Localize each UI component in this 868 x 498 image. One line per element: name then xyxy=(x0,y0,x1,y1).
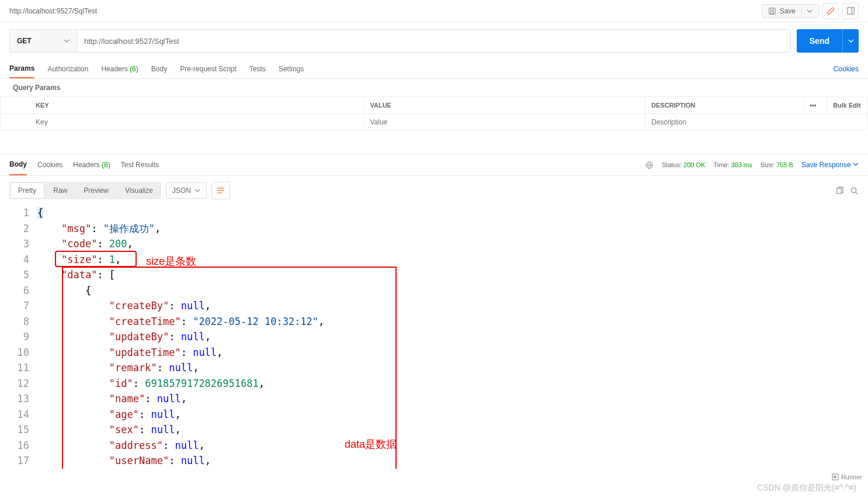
svg-point-11 xyxy=(851,188,856,192)
tab-title: http://localhost:9527/SqlTest xyxy=(9,7,97,15)
view-mode-group: Pretty Raw Preview Visualize xyxy=(9,182,161,199)
th-options[interactable]: ••• xyxy=(804,97,827,114)
method-value: GET xyxy=(17,37,32,45)
copy-icon[interactable] xyxy=(835,186,844,195)
method-select[interactable]: GET xyxy=(9,29,77,53)
globe-icon[interactable] xyxy=(645,161,654,170)
tab-settings[interactable]: Settings xyxy=(279,60,304,78)
tab-authorization[interactable]: Authorization xyxy=(47,60,88,78)
send-options-button[interactable] xyxy=(842,29,859,53)
th-key: KEY xyxy=(1,97,364,114)
value-input[interactable] xyxy=(370,118,639,126)
svg-rect-1 xyxy=(770,11,773,13)
chevron-down-icon xyxy=(801,8,813,14)
chevron-down-icon xyxy=(64,38,70,44)
send-button[interactable]: Send xyxy=(797,29,842,53)
search-icon[interactable] xyxy=(850,186,859,195)
view-raw[interactable]: Raw xyxy=(45,182,75,199)
tab-tests[interactable]: Tests xyxy=(249,60,266,78)
svg-rect-2 xyxy=(847,8,853,14)
save-response-link[interactable]: Save Response xyxy=(801,161,859,169)
tab-test-results[interactable]: Test Results xyxy=(121,155,159,175)
time-label: Time: 383 ms xyxy=(713,161,752,168)
th-description: DESCRIPTION xyxy=(645,97,804,114)
svg-rect-10 xyxy=(837,188,842,193)
tab-response-headers[interactable]: Headers (8) xyxy=(73,155,110,175)
params-table: KEY VALUE DESCRIPTION ••• Bulk Edit xyxy=(0,96,868,130)
save-icon xyxy=(768,7,776,15)
url-input[interactable] xyxy=(77,29,791,53)
view-preview[interactable]: Preview xyxy=(75,182,117,199)
svg-rect-0 xyxy=(769,8,775,14)
tab-body[interactable]: Body xyxy=(151,60,167,78)
code-content: { "msg": "操作成功", "code": 200, "size": 1,… xyxy=(37,205,868,469)
tab-response-cookies[interactable]: Cookies xyxy=(37,155,63,175)
tab-headers[interactable]: Headers (6) xyxy=(101,60,138,78)
tab-params[interactable]: Params xyxy=(9,60,34,78)
description-input[interactable] xyxy=(651,118,862,126)
line-gutter: 1234567891011121314151617 xyxy=(9,205,37,469)
save-button[interactable]: Save xyxy=(762,4,819,18)
save-label: Save xyxy=(780,7,796,15)
response-code[interactable]: 1234567891011121314151617 { "msg": "操作成功… xyxy=(0,205,868,469)
size-label: Size: 755 B xyxy=(761,161,793,168)
tab-prerequest[interactable]: Pre-request Script xyxy=(180,60,237,78)
panel-toggle-button[interactable] xyxy=(842,3,859,19)
tab-response-body[interactable]: Body xyxy=(9,154,27,175)
key-input[interactable] xyxy=(36,118,357,126)
bulk-edit-link[interactable]: Bulk Edit xyxy=(827,97,868,114)
query-params-label: Query Params xyxy=(0,79,868,96)
cookies-link[interactable]: Cookies xyxy=(834,65,859,73)
wrap-lines-button[interactable] xyxy=(211,182,230,199)
view-pretty[interactable]: Pretty xyxy=(10,182,44,199)
status-label: Status: 200 OK xyxy=(662,161,706,168)
view-visualize[interactable]: Visualize xyxy=(117,182,161,199)
th-value: VALUE xyxy=(364,97,645,114)
edit-button[interactable] xyxy=(822,3,839,19)
svg-line-12 xyxy=(856,192,857,193)
format-select[interactable]: JSON xyxy=(166,182,207,199)
